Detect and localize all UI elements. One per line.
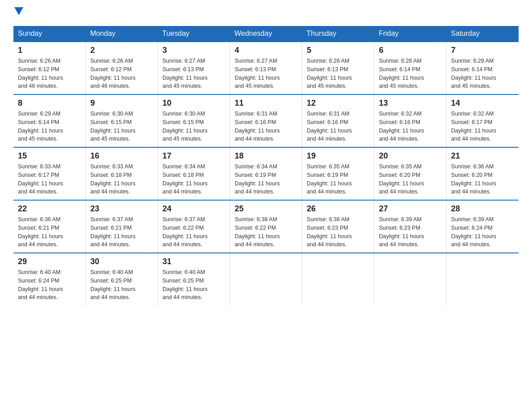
calendar-cell: 21 Sunrise: 6:36 AM Sunset: 6:20 PM Dayl… (446, 147, 519, 200)
weekday-header-thursday: Thursday (302, 26, 374, 42)
day-info: Sunrise: 6:27 AM Sunset: 6:13 PM Dayligh… (235, 57, 297, 90)
day-info: Sunrise: 6:26 AM Sunset: 6:12 PM Dayligh… (90, 57, 153, 90)
day-number: 30 (90, 257, 153, 266)
day-info: Sunrise: 6:39 AM Sunset: 6:23 PM Dayligh… (379, 215, 442, 249)
day-info: Sunrise: 6:37 AM Sunset: 6:22 PM Dayligh… (163, 215, 225, 249)
weekday-header-monday: Monday (86, 26, 158, 42)
day-number: 9 (90, 98, 153, 108)
day-info: Sunrise: 6:31 AM Sunset: 6:16 PM Dayligh… (235, 110, 297, 143)
day-info: Sunrise: 6:40 AM Sunset: 6:25 PM Dayligh… (163, 268, 225, 302)
calendar-cell: 7 Sunrise: 6:29 AM Sunset: 6:14 PM Dayli… (446, 42, 519, 94)
day-number: 7 (451, 46, 514, 55)
day-number: 8 (18, 98, 81, 108)
day-number: 18 (235, 151, 297, 161)
calendar-cell: 12 Sunrise: 6:31 AM Sunset: 6:16 PM Dayl… (302, 94, 374, 147)
day-info: Sunrise: 6:26 AM Sunset: 6:12 PM Dayligh… (18, 57, 81, 90)
day-info: Sunrise: 6:29 AM Sunset: 6:14 PM Dayligh… (451, 57, 514, 90)
day-number: 23 (90, 204, 153, 214)
day-number: 2 (90, 46, 153, 55)
week-row-1: 1 Sunrise: 6:26 AM Sunset: 6:12 PM Dayli… (13, 42, 519, 94)
calendar-cell: 5 Sunrise: 6:28 AM Sunset: 6:13 PM Dayli… (302, 42, 374, 94)
day-number: 1 (18, 46, 81, 55)
day-info: Sunrise: 6:36 AM Sunset: 6:20 PM Dayligh… (451, 163, 514, 196)
weekday-header-friday: Friday (374, 26, 446, 42)
calendar-cell: 11 Sunrise: 6:31 AM Sunset: 6:16 PM Dayl… (230, 94, 302, 147)
day-info: Sunrise: 6:31 AM Sunset: 6:16 PM Dayligh… (307, 110, 369, 143)
calendar-cell: 3 Sunrise: 6:27 AM Sunset: 6:13 PM Dayli… (158, 42, 230, 94)
calendar-cell (446, 253, 519, 305)
week-row-2: 8 Sunrise: 6:29 AM Sunset: 6:14 PM Dayli… (13, 94, 519, 147)
calendar-cell: 13 Sunrise: 6:32 AM Sunset: 6:16 PM Dayl… (374, 94, 446, 147)
calendar-cell: 1 Sunrise: 6:26 AM Sunset: 6:12 PM Dayli… (13, 42, 86, 94)
logo-triangle-icon (14, 7, 23, 15)
day-number: 22 (18, 204, 81, 214)
day-number: 6 (379, 46, 442, 55)
calendar-cell: 28 Sunrise: 6:39 AM Sunset: 6:24 PM Dayl… (446, 200, 519, 253)
calendar-cell: 20 Sunrise: 6:35 AM Sunset: 6:20 PM Dayl… (374, 147, 446, 200)
weekday-header-row: SundayMondayTuesdayWednesdayThursdayFrid… (13, 26, 519, 42)
day-number: 19 (307, 151, 369, 161)
day-number: 20 (379, 151, 442, 161)
weekday-header-sunday: Sunday (13, 26, 86, 42)
page-header (13, 9, 519, 17)
calendar-cell: 24 Sunrise: 6:37 AM Sunset: 6:22 PM Dayl… (158, 200, 230, 253)
day-info: Sunrise: 6:30 AM Sunset: 6:15 PM Dayligh… (90, 110, 153, 143)
calendar-cell (374, 253, 446, 305)
day-info: Sunrise: 6:28 AM Sunset: 6:14 PM Dayligh… (379, 57, 442, 90)
day-number: 27 (379, 204, 442, 214)
calendar-cell: 4 Sunrise: 6:27 AM Sunset: 6:13 PM Dayli… (230, 42, 302, 94)
day-number: 5 (307, 46, 369, 55)
day-number: 14 (451, 98, 514, 108)
calendar-table: SundayMondayTuesdayWednesdayThursdayFrid… (13, 26, 519, 305)
day-info: Sunrise: 6:38 AM Sunset: 6:23 PM Dayligh… (307, 215, 369, 249)
day-info: Sunrise: 6:30 AM Sunset: 6:15 PM Dayligh… (163, 110, 225, 143)
day-info: Sunrise: 6:37 AM Sunset: 6:21 PM Dayligh… (90, 215, 153, 249)
day-number: 10 (163, 98, 225, 108)
calendar-cell: 25 Sunrise: 6:38 AM Sunset: 6:22 PM Dayl… (230, 200, 302, 253)
calendar-cell: 30 Sunrise: 6:40 AM Sunset: 6:25 PM Dayl… (86, 253, 158, 305)
logo (13, 9, 23, 17)
day-number: 13 (379, 98, 442, 108)
day-info: Sunrise: 6:28 AM Sunset: 6:13 PM Dayligh… (307, 57, 369, 90)
day-number: 11 (235, 98, 297, 108)
day-info: Sunrise: 6:32 AM Sunset: 6:17 PM Dayligh… (451, 110, 514, 143)
calendar-cell: 9 Sunrise: 6:30 AM Sunset: 6:15 PM Dayli… (86, 94, 158, 147)
day-number: 25 (235, 204, 297, 214)
calendar-cell (230, 253, 302, 305)
day-info: Sunrise: 6:32 AM Sunset: 6:16 PM Dayligh… (379, 110, 442, 143)
calendar-cell: 18 Sunrise: 6:34 AM Sunset: 6:19 PM Dayl… (230, 147, 302, 200)
day-number: 12 (307, 98, 369, 108)
calendar-cell: 23 Sunrise: 6:37 AM Sunset: 6:21 PM Dayl… (86, 200, 158, 253)
day-number: 16 (90, 151, 153, 161)
day-info: Sunrise: 6:40 AM Sunset: 6:24 PM Dayligh… (18, 268, 81, 302)
day-info: Sunrise: 6:33 AM Sunset: 6:18 PM Dayligh… (90, 163, 153, 196)
day-info: Sunrise: 6:38 AM Sunset: 6:22 PM Dayligh… (235, 215, 297, 249)
week-row-4: 22 Sunrise: 6:36 AM Sunset: 6:21 PM Dayl… (13, 200, 519, 253)
day-info: Sunrise: 6:35 AM Sunset: 6:19 PM Dayligh… (307, 163, 369, 196)
calendar-cell: 6 Sunrise: 6:28 AM Sunset: 6:14 PM Dayli… (374, 42, 446, 94)
day-number: 24 (163, 204, 225, 214)
weekday-header-saturday: Saturday (446, 26, 519, 42)
day-info: Sunrise: 6:39 AM Sunset: 6:24 PM Dayligh… (451, 215, 514, 249)
calendar-cell: 8 Sunrise: 6:29 AM Sunset: 6:14 PM Dayli… (13, 94, 86, 147)
day-number: 17 (163, 151, 225, 161)
day-info: Sunrise: 6:27 AM Sunset: 6:13 PM Dayligh… (163, 57, 225, 90)
day-number: 4 (235, 46, 297, 55)
week-row-5: 29 Sunrise: 6:40 AM Sunset: 6:24 PM Dayl… (13, 253, 519, 305)
day-number: 31 (163, 257, 225, 266)
day-number: 15 (18, 151, 81, 161)
calendar-cell: 15 Sunrise: 6:33 AM Sunset: 6:17 PM Dayl… (13, 147, 86, 200)
calendar-cell: 26 Sunrise: 6:38 AM Sunset: 6:23 PM Dayl… (302, 200, 374, 253)
day-number: 29 (18, 257, 81, 266)
weekday-header-wednesday: Wednesday (230, 26, 302, 42)
calendar-cell: 19 Sunrise: 6:35 AM Sunset: 6:19 PM Dayl… (302, 147, 374, 200)
calendar-cell (302, 253, 374, 305)
calendar-cell: 2 Sunrise: 6:26 AM Sunset: 6:12 PM Dayli… (86, 42, 158, 94)
week-row-3: 15 Sunrise: 6:33 AM Sunset: 6:17 PM Dayl… (13, 147, 519, 200)
calendar-cell: 27 Sunrise: 6:39 AM Sunset: 6:23 PM Dayl… (374, 200, 446, 253)
day-info: Sunrise: 6:36 AM Sunset: 6:21 PM Dayligh… (18, 215, 81, 249)
calendar-cell: 14 Sunrise: 6:32 AM Sunset: 6:17 PM Dayl… (446, 94, 519, 147)
day-number: 21 (451, 151, 514, 161)
calendar-cell: 17 Sunrise: 6:34 AM Sunset: 6:18 PM Dayl… (158, 147, 230, 200)
calendar-cell: 29 Sunrise: 6:40 AM Sunset: 6:24 PM Dayl… (13, 253, 86, 305)
